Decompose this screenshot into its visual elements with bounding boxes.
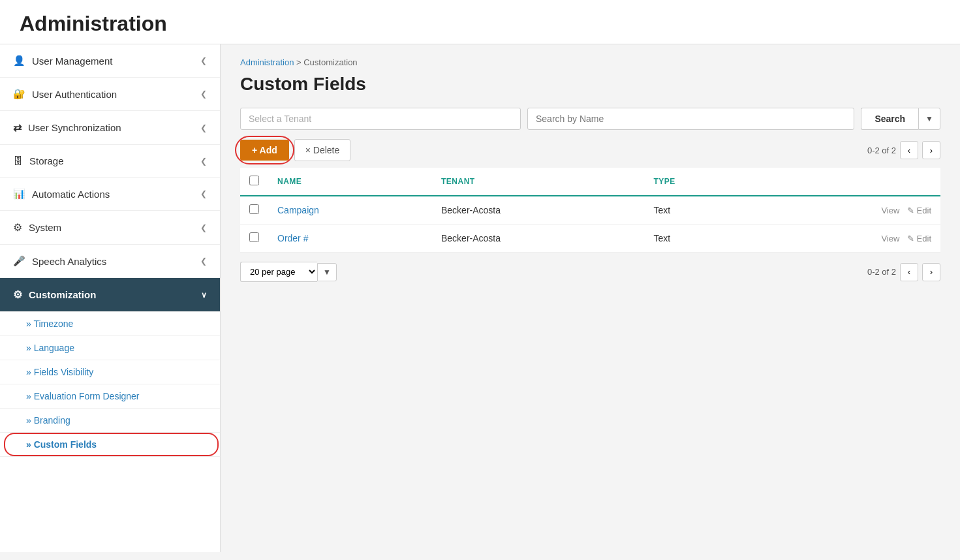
row-tenant: Becker-Acosta xyxy=(432,225,644,253)
sidebar-subitem-custom-fields[interactable]: » Custom Fields xyxy=(0,433,220,457)
auto-icon xyxy=(13,188,25,200)
bottom-next-page-button[interactable]: › xyxy=(922,263,940,281)
edit-icon: ✎ xyxy=(907,234,914,243)
row-type: Text xyxy=(644,196,754,225)
sidebar-subitem-branding[interactable]: » Branding xyxy=(0,409,220,433)
per-page-group: 20 per page 50 per page 100 per page ▼ xyxy=(240,262,337,282)
search-button[interactable]: Search xyxy=(861,108,918,130)
system-icon xyxy=(13,221,22,234)
search-btn-group: Search ▼ xyxy=(861,108,940,130)
per-page-dropdown-button[interactable]: ▼ xyxy=(317,263,337,281)
sidebar-item-storage[interactable]: Storage ❮ xyxy=(0,145,220,178)
row-tenant: Becker-Acosta xyxy=(432,196,644,225)
row-actions: View ✎ Edit xyxy=(754,225,940,253)
chevron-icon: ❮ xyxy=(200,157,207,166)
tenant-select[interactable]: Select a Tenant xyxy=(240,108,521,130)
sidebar-item-customization[interactable]: Customization ∨ xyxy=(0,278,220,312)
sidebar-label-storage: Storage xyxy=(29,155,64,166)
row-check[interactable] xyxy=(240,196,268,225)
sync-icon xyxy=(13,121,22,134)
sidebar-item-automatic-actions[interactable]: Automatic Actions ❮ xyxy=(0,178,220,211)
add-button[interactable]: + Add xyxy=(240,140,289,161)
data-table: NAME TENANT TYPE Campaign Becker-Acosta … xyxy=(240,168,940,253)
row-checkbox[interactable] xyxy=(249,232,259,242)
row-name: Campaign xyxy=(268,196,432,225)
custom-icon xyxy=(13,288,22,301)
storage-icon xyxy=(13,155,23,166)
sidebar-label-user-synchronization: User Synchronization xyxy=(28,122,121,133)
chevron-icon: ❮ xyxy=(200,56,207,65)
table-header-tenant: TENANT xyxy=(432,168,644,196)
breadcrumb-current: Customization xyxy=(303,57,357,67)
view-link[interactable]: View xyxy=(881,206,899,215)
sidebar-item-user-authentication[interactable]: User Authentication ❮ xyxy=(0,78,220,111)
bottom-prev-page-button[interactable]: ‹ xyxy=(900,263,918,281)
table-header-type: TYPE xyxy=(644,168,754,196)
prev-page-button[interactable]: ‹ xyxy=(900,141,918,159)
sidebar-label-system: System xyxy=(29,222,61,233)
next-page-button[interactable]: › xyxy=(922,141,940,159)
search-dropdown-button[interactable]: ▼ xyxy=(918,108,940,130)
row-name: Order # xyxy=(268,225,432,253)
layout: User Management ❮ User Authentication ❮ … xyxy=(0,44,960,552)
main-content: Administration > Customization Custom Fi… xyxy=(221,44,960,552)
breadcrumb: Administration > Customization xyxy=(240,57,940,67)
sidebar: User Management ❮ User Authentication ❮ … xyxy=(0,44,221,552)
per-page-select[interactable]: 20 per page 50 per page 100 per page xyxy=(240,262,317,282)
sidebar-subitem-language[interactable]: » Language xyxy=(0,336,220,360)
sidebar-item-user-synchronization[interactable]: User Synchronization ❮ xyxy=(0,111,220,145)
chevron-icon: ❮ xyxy=(200,89,207,99)
sidebar-subitem-fields-visibility[interactable]: » Fields Visibility xyxy=(0,360,220,384)
sidebar-label-customization: Customization xyxy=(29,289,96,300)
delete-button[interactable]: × Delete xyxy=(294,139,351,161)
row-checkbox[interactable] xyxy=(249,204,259,214)
sidebar-label-automatic-actions: Automatic Actions xyxy=(32,189,110,200)
filter-row: Select a Tenant Search ▼ xyxy=(240,108,940,130)
table-header-name: NAME xyxy=(268,168,432,196)
sidebar-item-user-management[interactable]: User Management ❮ xyxy=(0,44,220,78)
auth-icon xyxy=(13,88,25,100)
sidebar-item-speech-analytics[interactable]: Speech Analytics ❮ xyxy=(0,245,220,278)
sidebar-label-user-management: User Management xyxy=(32,55,112,67)
top-pagination: 0-2 of 2 ‹ › xyxy=(867,141,940,159)
pagination-count: 0-2 of 2 xyxy=(867,146,896,155)
table-header-actions xyxy=(754,168,940,196)
sidebar-subitem-timezone[interactable]: » Timezone xyxy=(0,312,220,336)
breadcrumb-separator: > xyxy=(296,57,302,67)
bottom-pagination: 0-2 of 2 ‹ › xyxy=(867,263,940,281)
chevron-icon: ❮ xyxy=(200,189,207,198)
table-row: Order # Becker-Acosta Text View ✎ Edit xyxy=(240,225,940,253)
edit-icon: ✎ xyxy=(907,206,914,215)
row-actions: View ✎ Edit xyxy=(754,196,940,225)
table-header-row: NAME TENANT TYPE xyxy=(240,168,940,196)
sidebar-label-speech-analytics: Speech Analytics xyxy=(32,256,106,267)
table-row: Campaign Becker-Acosta Text View ✎ Edit xyxy=(240,196,940,225)
edit-link[interactable]: Edit xyxy=(917,206,931,215)
content-title: Custom Fields xyxy=(240,74,940,95)
table-header-check xyxy=(240,168,268,196)
view-link[interactable]: View xyxy=(881,234,899,243)
chevron-icon: ❮ xyxy=(200,123,207,132)
sidebar-item-system[interactable]: System ❮ xyxy=(0,211,220,245)
custom-fields-label: » Custom Fields xyxy=(26,439,97,450)
action-left: + Add × Delete xyxy=(240,139,350,161)
bottom-pagination-count: 0-2 of 2 xyxy=(867,267,896,277)
row-check[interactable] xyxy=(240,225,268,253)
select-all-checkbox[interactable] xyxy=(249,176,259,185)
page-title: Administration xyxy=(20,12,940,36)
search-input[interactable] xyxy=(527,108,854,130)
edit-link[interactable]: Edit xyxy=(917,234,931,243)
breadcrumb-parent[interactable]: Administration xyxy=(240,57,294,67)
chevron-down-icon: ∨ xyxy=(201,290,207,300)
speech-icon xyxy=(13,255,25,267)
sidebar-label-user-authentication: User Authentication xyxy=(32,89,117,100)
chevron-icon: ❮ xyxy=(200,257,207,266)
sidebar-subitem-evaluation-form[interactable]: » Evaluation Form Designer xyxy=(0,384,220,409)
chevron-icon: ❮ xyxy=(200,223,207,232)
row-type: Text xyxy=(644,225,754,253)
action-row: + Add × Delete 0-2 of 2 ‹ › xyxy=(240,139,940,161)
page-header: Administration xyxy=(0,0,960,44)
user-icon xyxy=(13,55,25,67)
bottom-bar: 20 per page 50 per page 100 per page ▼ 0… xyxy=(240,262,940,282)
